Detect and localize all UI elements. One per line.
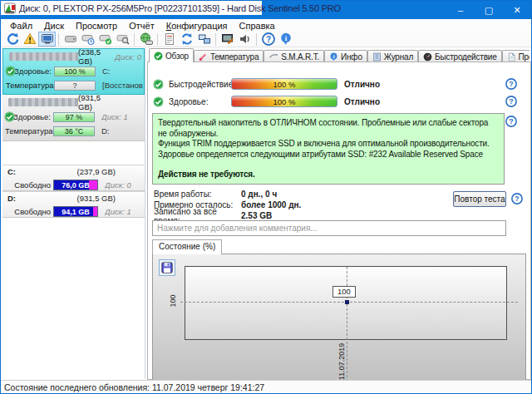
- tab-log[interactable]: Журнал: [367, 50, 418, 62]
- svg-text:?: ?: [265, 35, 270, 44]
- maximize-button[interactable]: ▢: [475, 1, 503, 19]
- menu-report[interactable]: Отчёт: [123, 21, 160, 31]
- health-bar: 100 %: [54, 66, 96, 76]
- network-disk-icon[interactable]: [137, 32, 155, 47]
- retest-button[interactable]: Повтор теста: [453, 191, 506, 207]
- svg-text:?: ?: [509, 117, 513, 126]
- sidebar-gap: [2, 141, 145, 165]
- free-label: Свободно: [5, 180, 51, 190]
- drive-letter: C:: [102, 66, 111, 76]
- svg-text:?: ?: [515, 195, 519, 203]
- minimize-button[interactable]: –: [446, 1, 475, 19]
- lifetime-stats: Время работы: 0 дн., 0 ч Примерно остало…: [154, 189, 301, 221]
- disk-list-item-1[interactable]: (931,5 GB) Здоровье: 97 % Диск: 1 Темпер…: [2, 95, 145, 141]
- help-icon[interactable]: ?: [505, 78, 517, 90]
- tab-smart[interactable]: S.M.A.R.T.: [264, 50, 324, 62]
- svg-text:?: ?: [509, 97, 513, 106]
- status-line: Здоровье определяется следующими атрибут…: [158, 150, 499, 160]
- app-window: Диск: 0, PLEXTOR PX-256M5Pro [P022371013…: [0, 0, 532, 394]
- status-line: Функция TRIM поддерживается SSD и включе…: [158, 139, 499, 150]
- menu-help[interactable]: Справка: [234, 21, 281, 31]
- tab-overview[interactable]: Обзор: [149, 48, 194, 62]
- info-icon[interactable]: i: [277, 32, 294, 47]
- disk-icon[interactable]: [62, 32, 79, 47]
- display-config-icon[interactable]: [219, 32, 236, 47]
- status-text-box: Твердотельный накопитель в ОТЛИЧНОМ сост…: [152, 113, 505, 185]
- check-circle-icon: [154, 52, 163, 61]
- disk-size: (238,5 GB): [78, 47, 115, 66]
- save-chart-button[interactable]: [159, 259, 175, 276]
- close-button[interactable]: ✕: [503, 1, 531, 19]
- titlebar[interactable]: Диск: 0, PLEXTOR PX-256M5Pro [P022371013…: [1, 1, 531, 19]
- report-icon[interactable]: [160, 32, 178, 47]
- disk-number: Диск: 1: [101, 112, 128, 121]
- free-space-bar: 76,0 GB: [53, 180, 98, 190]
- disk-schedule-icon[interactable]: [79, 32, 96, 47]
- temperature-label: Температура:: [5, 126, 51, 135]
- free-label: Свободно: [5, 207, 51, 216]
- stat-value: более 1000 дн.: [241, 200, 301, 209]
- disk-sidebar: (238,5 GB) Диск: 0 Здоровье: 100 % C: Те…: [2, 48, 145, 379]
- comment-input[interactable]: [152, 220, 506, 236]
- toolbar-separator: [58, 33, 59, 46]
- tab-alerts[interactable]: Предупреждения: [502, 50, 530, 62]
- stat-value: 0 дн., 0 ч: [241, 190, 277, 199]
- disk-name-redacted: [9, 52, 78, 61]
- volume-note: [Восстанов: [102, 81, 143, 90]
- disk-ok-icon[interactable]: [96, 32, 114, 47]
- partition-letter: C:: [7, 167, 16, 176]
- tabbar: Обзор Температура S.M.A.R.T. i Инфо Журн…: [149, 48, 530, 62]
- sync-icon[interactable]: [178, 32, 195, 47]
- menu-disk[interactable]: Диск: [38, 21, 70, 31]
- title-plate: Диск: 0, PLEXTOR PX-256M5Pro [P022371013…: [1, 1, 262, 15]
- refresh-icon[interactable]: [3, 32, 21, 47]
- tab-info[interactable]: i Инфо: [324, 50, 367, 62]
- chart-tab-state[interactable]: Состояние (%): [152, 239, 222, 254]
- menu-view[interactable]: Просмотр: [70, 21, 123, 31]
- remote-monitor-icon[interactable]: [195, 32, 213, 47]
- disk-list-item-0[interactable]: (238,5 GB) Диск: 0 Здоровье: 100 % C: Те…: [2, 48, 145, 95]
- gauge-icon: [423, 52, 432, 62]
- main-panel: Обзор Температура S.M.A.R.T. i Инфо Журн…: [147, 47, 531, 380]
- menu-configuration[interactable]: Конфигурация: [160, 21, 234, 31]
- disk-analyze-icon[interactable]: [114, 32, 131, 47]
- floppy-icon: [161, 262, 173, 273]
- help-icon[interactable]: ?: [505, 116, 517, 127]
- content-area: (238,5 GB) Диск: 0 Здоровье: 100 % C: Те…: [1, 47, 531, 380]
- surface-test-warning-icon[interactable]: [21, 32, 38, 47]
- partition-item-c[interactable]: C: (237,9 GB) Свободно 76,0 GB Диск: 0: [2, 165, 145, 191]
- help-icon[interactable]: ?: [505, 96, 517, 107]
- health-label: Здоровье:: [169, 97, 208, 106]
- performance-label: Быстродействие:: [169, 80, 235, 89]
- temperature-label: Температура:: [6, 81, 52, 90]
- help-icon[interactable]: ?: [511, 193, 523, 204]
- stat-value: 2.53 GB: [241, 211, 272, 220]
- toolbar: ? i: [1, 32, 531, 47]
- tab-label: S.M.A.R.T.: [281, 52, 319, 62]
- svg-text:?: ?: [509, 80, 513, 88]
- toolbar-separator: [157, 33, 158, 46]
- toolbar-separator: [215, 33, 216, 46]
- stat-row: Время работы: 0 дн., 0 ч: [154, 189, 301, 199]
- toolbar-separator: [256, 33, 257, 46]
- tab-performance[interactable]: Быстродействие: [418, 50, 501, 62]
- free-space-bar: 94,1 GB: [53, 206, 98, 217]
- partition-item-d[interactable]: D: (931,5 GB) Свободно 94,1 GB Диск: 1: [2, 191, 145, 218]
- chart-hline-100: [180, 302, 518, 303]
- overview-icon[interactable]: [38, 32, 56, 47]
- y-axis-tick: 100: [169, 278, 177, 323]
- tab-temperature[interactable]: Температура: [194, 50, 264, 62]
- health-ok-icon: [5, 66, 16, 76]
- disk-size: (931,5 GB): [78, 93, 115, 111]
- temperature-bar: 36 °C: [53, 126, 95, 136]
- health-rating: Отлично: [344, 97, 380, 106]
- sound-icon[interactable]: [236, 32, 254, 47]
- chart-data-point: [345, 300, 349, 304]
- statusbar-text: Состояние последнего обновления: 11.07.2…: [4, 382, 264, 392]
- help-icon[interactable]: ?: [259, 32, 277, 47]
- check-circle-icon: [153, 96, 164, 107]
- menu-file[interactable]: Файл: [4, 21, 38, 31]
- tab-label: Инфо: [341, 52, 362, 62]
- tab-label: Журнал: [384, 52, 413, 62]
- overview-page: Быстродействие: 100 % Отлично ? Здоровье…: [147, 62, 531, 380]
